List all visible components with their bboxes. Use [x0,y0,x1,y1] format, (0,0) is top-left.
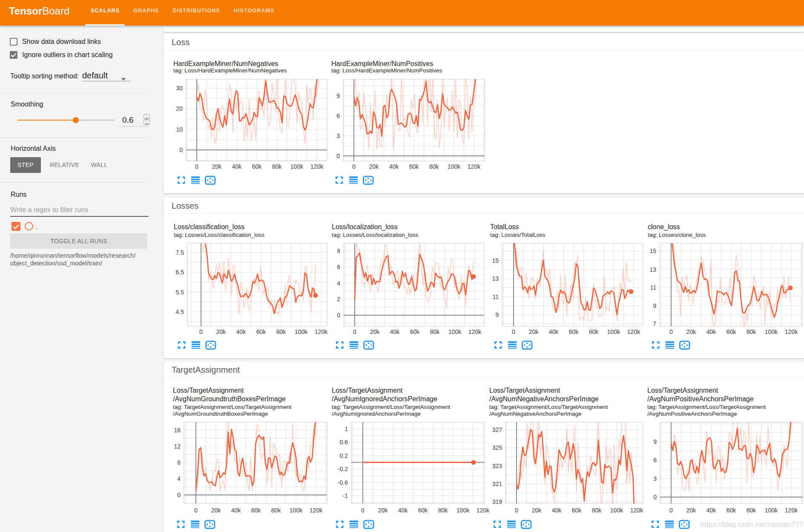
svg-text:20k: 20k [211,507,221,514]
svg-text:60k: 60k [726,328,737,335]
svg-text:0: 0 [512,328,515,335]
svg-text:40k: 40k [231,507,241,514]
svg-text:120k: 120k [315,328,328,335]
svg-text:100k: 100k [295,328,308,335]
svg-text:120k: 120k [468,328,482,335]
svg-text:10: 10 [176,126,183,133]
svg-text:4: 4 [177,475,181,482]
svg-text:40k: 40k [706,507,717,514]
svg-text:100k: 100k [290,507,303,514]
svg-text:8: 8 [177,459,181,466]
svg-text:15: 15 [492,257,499,264]
svg-text:40k: 40k [706,328,717,335]
svg-text:120k: 120k [785,507,798,514]
svg-text:120k: 120k [785,328,798,335]
svg-text:3: 3 [336,132,340,139]
svg-text:9: 9 [653,302,656,309]
svg-text:9: 9 [495,311,499,318]
svg-text:7: 7 [653,320,656,327]
svg-text:13: 13 [492,275,499,282]
svg-text:100k: 100k [765,328,778,335]
svg-text:6: 6 [653,457,657,463]
svg-text:12: 12 [174,443,181,450]
svg-text:20k: 20k [529,328,539,335]
svg-text:323: 323 [492,463,502,469]
svg-text:5.5: 5.5 [176,289,184,296]
svg-text:80k: 80k [589,328,599,335]
svg-text:20k: 20k [216,328,227,335]
svg-text:319: 319 [492,498,502,505]
svg-text:11: 11 [650,284,656,291]
svg-text:40k: 40k [232,163,242,170]
svg-text:0: 0 [669,328,673,335]
svg-text:327: 327 [492,426,502,433]
svg-text:0: 0 [353,328,356,335]
svg-text:1: 1 [345,426,348,432]
svg-text:60k: 60k [409,163,419,170]
svg-text:0: 0 [361,507,365,514]
svg-text:80k: 80k [438,507,448,514]
svg-text:3: 3 [653,475,657,482]
svg-text:80k: 80k [272,163,282,170]
svg-text:60k: 60k [256,328,267,335]
svg-text:40k: 40k [389,163,399,170]
svg-text:100k: 100k [610,507,623,514]
svg-text:40k: 40k [549,328,559,335]
svg-text:4: 4 [337,280,340,287]
svg-text:120k: 120k [468,163,481,170]
svg-text:40k: 40k [390,328,400,335]
svg-text:20k: 20k [532,507,542,514]
svg-text:100k: 100k [448,163,461,170]
svg-text:0: 0 [195,163,198,170]
svg-text:100k: 100k [607,328,620,335]
svg-text:0: 0 [352,163,356,170]
svg-text:13: 13 [649,266,656,273]
svg-text:0: 0 [336,152,340,159]
svg-text:60k: 60k [251,507,261,514]
svg-text:0: 0 [194,507,198,514]
svg-text:120k: 120k [630,507,643,514]
svg-text:-0.2: -0.2 [338,466,348,472]
svg-text:120k: 120k [310,507,323,514]
svg-text:120k: 120k [627,328,640,335]
svg-text:4.5: 4.5 [176,308,184,315]
svg-text:20k: 20k [212,163,222,170]
svg-text:30: 30 [176,85,183,92]
svg-text:80k: 80k [429,163,439,170]
svg-text:20k: 20k [370,328,380,335]
svg-text:20: 20 [176,105,183,112]
svg-text:20k: 20k [686,328,697,335]
svg-text:100k: 100k [290,163,304,170]
svg-text:6.5: 6.5 [176,269,184,276]
svg-text:100k: 100k [448,328,462,335]
svg-text:20k: 20k [378,507,388,514]
svg-text:16: 16 [174,427,181,434]
svg-text:100k: 100k [765,507,778,514]
svg-text:60k: 60k [572,507,582,514]
svg-text:80k: 80k [276,328,287,335]
svg-text:15: 15 [649,247,656,254]
svg-text:120k: 120k [310,163,324,170]
svg-text:9: 9 [336,92,340,99]
svg-text:6: 6 [337,264,340,270]
svg-text:2: 2 [337,296,340,302]
svg-text:-0.6: -0.6 [338,479,348,486]
svg-text:20k: 20k [369,163,379,170]
svg-text:40k: 40k [552,507,562,514]
svg-text:0: 0 [179,147,183,153]
svg-text:-1: -1 [343,492,348,499]
svg-text:100k: 100k [457,507,470,514]
svg-text:60k: 60k [726,507,737,514]
svg-text:80k: 80k [747,507,757,514]
svg-text:0: 0 [199,328,203,335]
svg-text:60k: 60k [252,163,262,170]
svg-text:7.5: 7.5 [176,249,184,256]
svg-text:11: 11 [492,293,499,300]
svg-text:0: 0 [337,312,340,319]
svg-text:0: 0 [653,494,657,500]
svg-text:80k: 80k [430,328,440,335]
svg-text:60k: 60k [410,328,420,335]
svg-text:0.6: 0.6 [340,439,348,446]
svg-text:0: 0 [515,507,518,514]
svg-text:80k: 80k [271,507,281,514]
